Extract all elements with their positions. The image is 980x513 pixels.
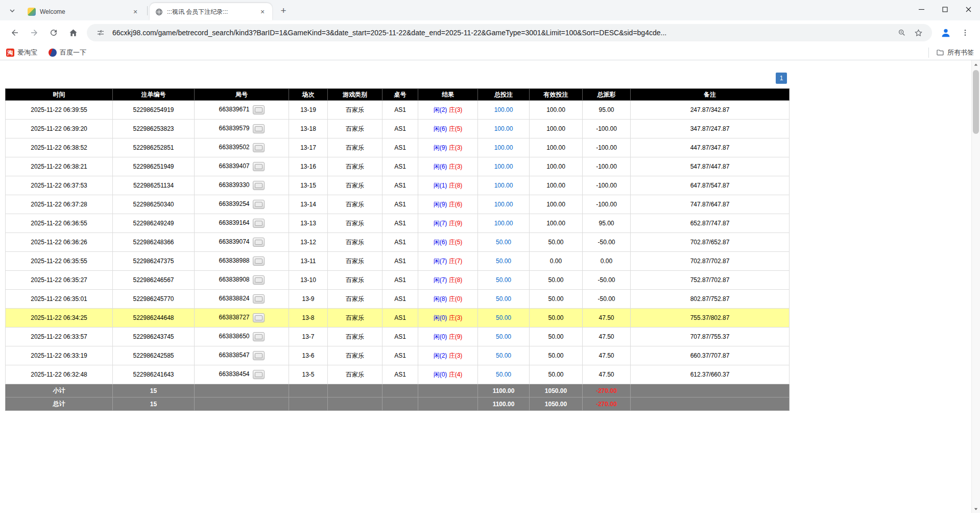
cell-bet-id: 522986248366 [113,233,195,252]
site-info-icon[interactable] [94,26,107,39]
cell-total-bet[interactable]: 50.00 [478,252,530,271]
round-replay-icon[interactable] [253,219,265,228]
banker-result: 庄(5) [449,239,463,246]
back-button[interactable] [6,24,23,41]
cell-result: 闲(6) 庄(5) [418,233,478,252]
tab-search-button[interactable] [5,4,19,18]
forward-button[interactable] [26,24,43,41]
table-row: 2025-11-22 06:33:57522986243745663838650… [6,328,790,346]
reload-button[interactable] [45,24,62,41]
cell-total-bet[interactable]: 50.00 [478,365,530,384]
cell-total-bet[interactable]: 50.00 [478,290,530,309]
cell-result: 闲(6) 庄(3) [418,157,478,176]
close-window-button[interactable] [957,0,980,18]
cell-game-type: 百家乐 [328,271,383,290]
cell-table-no: AS1 [383,233,418,252]
maximize-button[interactable] [933,0,957,18]
round-replay-icon[interactable] [253,143,265,152]
bet-records-table: 时间注单编号局号场次游戏类别桌号结果总投注有效投注总派彩备注 2025-11-2… [5,88,790,411]
cell-result: 闲(9) 庄(3) [418,138,478,157]
cell-session: 13-8 [289,309,328,328]
tab-bet-records[interactable]: :::视讯 会员下注纪录::: × [150,3,272,20]
bookmark-baidu[interactable]: 百度一下 [49,48,86,57]
tab-close-icon[interactable]: × [258,7,267,16]
menu-button[interactable] [957,24,974,41]
all-bookmarks[interactable]: 所有书签 [928,48,974,58]
cell-bet-id: 522986250340 [113,195,195,214]
cell-table-no: AS1 [383,346,418,365]
cell-total-bet[interactable]: 100.00 [478,195,530,214]
cell-round-id: 663838908 [195,271,289,290]
bookmark-star-icon[interactable] [912,26,925,39]
cell-total-bet[interactable]: 50.00 [478,233,530,252]
cell-payout: 47.50 [583,309,631,328]
cell-total-bet[interactable]: 100.00 [478,138,530,157]
cell-valid-bet: 50.00 [530,346,583,365]
cell-table-no: AS1 [383,271,418,290]
cell-total-bet[interactable]: 100.00 [478,176,530,195]
round-replay-icon[interactable] [253,162,265,171]
column-header: 结果 [418,89,478,101]
cell-total-bet[interactable]: 100.00 [478,101,530,120]
cell-game-type: 百家乐 [328,233,383,252]
home-icon [68,28,78,38]
zoom-icon[interactable] [895,26,909,39]
cell-time: 2025-11-22 06:38:52 [6,138,113,157]
cell-result: 闲(9) 庄(6) [418,195,478,214]
vertical-scrollbar[interactable] [971,60,980,513]
round-replay-icon[interactable] [253,313,265,322]
cell-total-bet[interactable]: 100.00 [478,120,530,138]
cell-result: 闲(1) 庄(8) [418,176,478,195]
table-row: 2025-11-22 06:38:21522986251949663839407… [6,157,790,176]
minimize-button[interactable] [910,0,933,18]
round-replay-icon[interactable] [253,124,265,133]
cell-total-bet[interactable]: 50.00 [478,328,530,346]
cell-session: 13-16 [289,157,328,176]
cell-valid-bet: 50.00 [530,233,583,252]
cell-valid-bet: 100.00 [530,120,583,138]
round-replay-icon[interactable] [253,256,265,266]
navigation-bar: 66cxkj98.com/game/betrecord_search/kind3… [0,20,980,45]
address-bar[interactable]: 66cxkj98.com/game/betrecord_search/kind3… [87,24,932,41]
cell-result: 闲(7) 庄(9) [418,214,478,233]
player-result: 闲(2) [434,352,447,359]
round-replay-icon[interactable] [253,238,265,247]
round-replay-icon[interactable] [253,351,265,360]
cell-total-bet[interactable]: 100.00 [478,214,530,233]
url-text[interactable]: 66cxkj98.com/game/betrecord_search/kind3… [112,29,892,37]
tab-welcome[interactable]: Welcome × [22,3,145,20]
scrollbar-thumb[interactable] [973,70,979,134]
profile-avatar[interactable] [937,24,954,41]
round-replay-icon[interactable] [253,181,265,190]
cell-total-bet[interactable]: 50.00 [478,271,530,290]
round-replay-icon[interactable] [253,370,265,379]
new-tab-button[interactable]: + [276,4,291,18]
tab-close-icon[interactable]: × [131,7,140,16]
player-result: 闲(0) [434,314,447,321]
cell-session: 13-6 [289,346,328,365]
cell-payout: 47.50 [583,346,631,365]
home-button[interactable] [64,24,82,41]
cell-session: 13-10 [289,271,328,290]
cell-remark: 702.87/702.87 [631,252,790,271]
round-replay-icon[interactable] [253,105,265,114]
page-1-button[interactable]: 1 [776,73,787,84]
cell-total-bet[interactable]: 50.00 [478,309,530,328]
summary-payout: -270.00 [583,398,631,411]
cell-table-no: AS1 [383,101,418,120]
cell-result: 闲(7) 庄(7) [418,252,478,271]
cell-round-id: 663838988 [195,252,289,271]
round-replay-icon[interactable] [253,275,265,285]
cell-table-no: AS1 [383,214,418,233]
cell-total-bet[interactable]: 50.00 [478,346,530,365]
cell-round-id: 663838727 [195,309,289,328]
cell-game-type: 百家乐 [328,252,383,271]
round-replay-icon[interactable] [253,200,265,209]
round-replay-icon[interactable] [253,332,265,341]
cell-total-bet[interactable]: 100.00 [478,157,530,176]
round-replay-icon[interactable] [253,294,265,304]
cell-payout: 47.50 [583,328,631,346]
scroll-down-icon[interactable] [972,504,980,513]
bookmark-taobao[interactable]: 淘 爱淘宝 [6,48,37,57]
scroll-up-icon[interactable] [972,60,980,69]
